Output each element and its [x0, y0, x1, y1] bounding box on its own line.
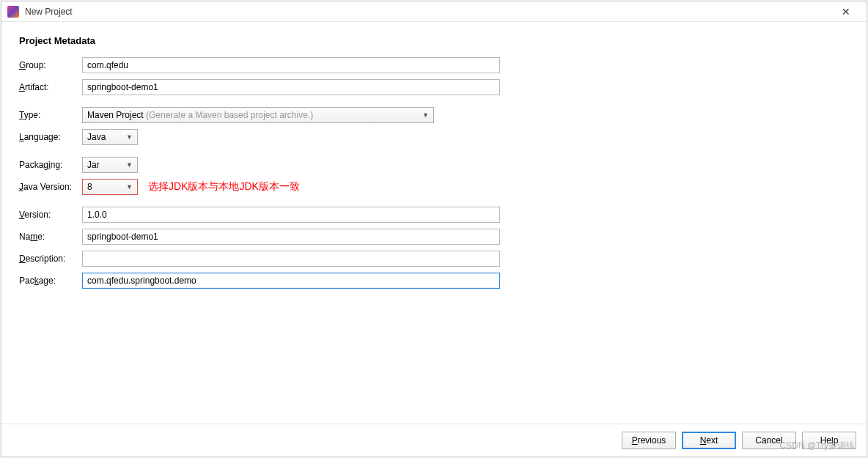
window-title: New Project	[25, 7, 831, 17]
language-value: Java	[87, 132, 120, 142]
previous-button[interactable]: Previous	[622, 432, 676, 449]
type-value: Maven Project	[87, 110, 144, 120]
label-name: Name:	[19, 232, 82, 242]
btn-next-rest: ext	[706, 435, 718, 446]
row-artifact: Artifact:	[19, 78, 849, 96]
label-package: Package:	[19, 276, 82, 286]
packaging-select[interactable]: Jar ▼	[82, 157, 138, 173]
artifact-input[interactable]	[82, 79, 500, 95]
row-language: Language: Java ▼	[19, 128, 849, 146]
chevron-down-icon: ▼	[422, 111, 429, 119]
packaging-value: Jar	[87, 160, 120, 170]
label-type: Type:	[19, 110, 82, 120]
btn-prev-rest: revious	[638, 435, 666, 446]
dialog-footer: Previous Next Cancel Help	[1, 424, 867, 457]
dialog-content: Project Metadata Group: Artifact: Type: …	[1, 22, 867, 424]
new-project-dialog: New Project ✕ Project Metadata Group: Ar…	[1, 1, 867, 457]
type-select[interactable]: Maven Project (Generate a Maven based pr…	[82, 107, 434, 123]
row-name: Name:	[19, 228, 849, 245]
label-version: Version:	[19, 210, 82, 220]
row-version: Version:	[19, 206, 849, 224]
help-button[interactable]: Help	[802, 432, 856, 449]
type-hint: (Generate a Maven based project archive.…	[144, 110, 313, 120]
row-description: Description:	[19, 250, 849, 267]
java-version-select[interactable]: 8 ▼	[82, 179, 138, 195]
row-type: Type: Maven Project (Generate a Maven ba…	[19, 106, 849, 124]
titlebar: New Project ✕	[1, 1, 867, 22]
next-button[interactable]: Next	[682, 432, 736, 449]
name-input[interactable]	[82, 229, 500, 245]
row-package: Package:	[19, 272, 849, 289]
label-java-version: Java Version:	[19, 182, 82, 192]
chevron-down-icon: ▼	[126, 133, 133, 141]
jdk-annotation: 选择JDK版本与本地JDK版本一致	[148, 180, 300, 193]
java-version-value: 8	[87, 182, 120, 192]
app-icon	[7, 6, 19, 18]
row-group: Group:	[19, 56, 849, 74]
cancel-button[interactable]: Cancel	[742, 432, 796, 449]
row-packaging: Packaging: Jar ▼	[19, 156, 849, 174]
section-title: Project Metadata	[19, 35, 849, 46]
row-java-version: Java Version: 8 ▼ 选择JDK版本与本地JDK版本一致	[19, 178, 849, 196]
version-input[interactable]	[82, 207, 500, 223]
label-description: Description:	[19, 254, 82, 264]
label-language: Language:	[19, 132, 82, 142]
group-input[interactable]	[82, 57, 500, 73]
chevron-down-icon: ▼	[126, 161, 133, 169]
label-artifact: Artifact:	[19, 82, 82, 92]
package-input[interactable]	[82, 273, 500, 289]
close-icon[interactable]: ✕	[831, 3, 861, 21]
label-packaging: Packaging:	[19, 160, 82, 170]
label-group: Group:	[19, 60, 82, 70]
language-select[interactable]: Java ▼	[82, 129, 138, 145]
description-input[interactable]	[82, 251, 500, 267]
chevron-down-icon: ▼	[126, 183, 133, 191]
